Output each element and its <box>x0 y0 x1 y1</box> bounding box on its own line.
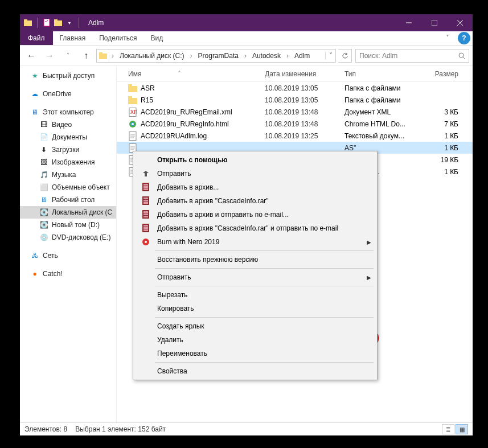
column-headers[interactable]: Имя ˄ Дата изменения Тип Размер <box>117 66 473 82</box>
file-size: 3 КБ <box>424 108 458 116</box>
back-button[interactable]: ← <box>23 48 39 64</box>
crumb[interactable]: ProgramData <box>195 50 242 62</box>
view-details-button[interactable]: ≣ <box>442 424 454 434</box>
table-row[interactable]: ACD2019ru_RURegInfo.html10.08.2019 13:48… <box>117 118 473 130</box>
nav-catch[interactable]: ●Catch! <box>20 268 116 280</box>
minimize-button[interactable] <box>396 14 421 31</box>
svg-rect-0 <box>24 20 32 26</box>
menu-label: Удалить <box>157 336 371 344</box>
svg-rect-16 <box>128 96 132 98</box>
menu-label: Копировать <box>157 305 371 313</box>
menu-item[interactable]: Удалить <box>133 333 377 347</box>
nav-drive-d[interactable]: 💽Новый том (D:) <box>20 219 116 231</box>
col-type[interactable]: Тип <box>345 70 424 78</box>
svg-rect-48 <box>143 213 148 215</box>
document-icon: 📄 <box>39 133 48 142</box>
crumb[interactable]: Adlm <box>291 50 313 62</box>
svg-rect-51 <box>143 225 148 227</box>
titlebar: ▾ Adlm <box>20 14 473 31</box>
menu-item[interactable]: Добавить в архив и отправить по e-mail..… <box>133 208 377 221</box>
submenu-arrow-icon: ▶ <box>367 239 371 245</box>
nav-thispc[interactable]: 🖥Этот компьютер <box>20 106 116 118</box>
col-date[interactable]: Дата изменения <box>265 70 345 78</box>
nav-desktop[interactable]: 🖥Рабочий стол <box>20 194 116 206</box>
nav-pictures[interactable]: 🖼Изображения <box>20 156 116 168</box>
file-icon <box>128 96 137 105</box>
svg-rect-6 <box>432 20 437 26</box>
blank-icon <box>139 366 153 376</box>
crumb[interactable]: Локальный диск (C:) <box>116 50 188 62</box>
address-bar: ← → ˅ ↑ › Локальный диск (C:)› ProgramDa… <box>20 46 473 66</box>
menu-item[interactable]: Создать ярлык <box>133 319 377 333</box>
blank-icon <box>139 335 153 345</box>
breadcrumb[interactable]: › Локальный диск (C:)› ProgramData› Auto… <box>96 49 336 63</box>
nav-videos[interactable]: 🎞Видео <box>20 118 116 131</box>
menu-item[interactable]: Отправить <box>133 167 377 180</box>
up-button[interactable]: ↑ <box>78 48 94 64</box>
table-row[interactable]: R1510.08.2019 13:05Папка с файлами <box>117 94 473 106</box>
svg-rect-3 <box>54 20 62 26</box>
menu-item[interactable]: Добавить в архив... <box>133 180 377 194</box>
picture-icon: 🖼 <box>39 158 48 167</box>
menu-item[interactable]: Восстановить прежнюю версию <box>133 253 377 266</box>
menu-label: Burn with Nero 2019 <box>157 238 367 246</box>
nav-music[interactable]: 🎵Музыка <box>20 168 116 181</box>
ribbon-file[interactable]: Файл <box>20 31 53 45</box>
nav-3d[interactable]: ⬜Объемные объект <box>20 181 116 194</box>
menu-label: Восстановить прежнюю версию <box>157 256 371 264</box>
menu-item[interactable]: Добавить в архив "CascadeInfo.rar" и отп… <box>133 221 377 235</box>
chevron-down-icon[interactable]: ˅ <box>325 52 335 60</box>
rar-icon <box>139 223 153 233</box>
menu-item[interactable]: Отправить▶ <box>133 270 377 284</box>
qat-newfolder-icon[interactable] <box>54 18 63 27</box>
menu-label: Свойства <box>157 367 371 375</box>
crumb[interactable]: Autodesk <box>249 50 284 62</box>
view-icons-button[interactable]: ▦ <box>456 424 468 434</box>
file-name: ACD2019ru_RURegInfo.html <box>141 120 265 128</box>
search-input[interactable] <box>356 52 455 60</box>
close-button[interactable] <box>447 14 473 31</box>
table-row[interactable]: ASR10.08.2019 13:05Папка с файлами <box>117 82 473 94</box>
window-title: Adlm <box>88 19 104 27</box>
menu-item[interactable]: Вырезать <box>133 288 377 302</box>
menu-item[interactable]: Свойства <box>133 364 377 378</box>
search-icon[interactable] <box>455 52 469 59</box>
nav-onedrive[interactable]: ☁OneDrive <box>20 88 116 100</box>
nav-downloads[interactable]: ⬇Загрузки <box>20 143 116 156</box>
search-box[interactable] <box>355 49 469 63</box>
qat-dropdown-icon[interactable]: ▾ <box>65 18 74 27</box>
nav-network[interactable]: 🖧Сеть <box>20 249 116 262</box>
col-size[interactable]: Размер <box>424 70 458 78</box>
ribbon-expand-icon[interactable]: ˅ <box>440 31 456 45</box>
maximize-button[interactable] <box>421 14 447 31</box>
nav-drive-c[interactable]: 💽Локальный диск (C <box>20 206 116 219</box>
file-date: 10.08.2019 13:25 <box>265 132 345 140</box>
svg-text:xml: xml <box>130 108 137 116</box>
ribbon-tab-home[interactable]: Главная <box>53 31 93 45</box>
menu-item[interactable]: Переименовать <box>133 347 377 360</box>
qat-properties-icon[interactable] <box>42 18 51 27</box>
file-icon: xml <box>128 108 137 117</box>
ribbon-tab-view[interactable]: Вид <box>143 31 170 45</box>
refresh-button[interactable] <box>338 49 352 63</box>
table-row[interactable]: xmlACD2019ru_RURegEmail.xml10.08.2019 13… <box>117 106 473 118</box>
folder-icon <box>23 18 32 27</box>
svg-rect-53 <box>143 229 148 231</box>
file-date: 10.08.2019 13:48 <box>265 108 345 116</box>
menu-item[interactable]: Открыть с помощью <box>133 153 377 167</box>
computer-icon: 🖥 <box>30 108 39 117</box>
recent-dropdown-icon[interactable]: ˅ <box>60 48 76 64</box>
forward-button[interactable]: → <box>42 48 58 64</box>
nav-quick-access[interactable]: ★Быстрый доступ <box>20 69 116 82</box>
table-row[interactable]: ACD2019RUAdlm.log10.08.2019 13:25Текстов… <box>117 130 473 142</box>
menu-item[interactable]: Копировать <box>133 302 377 315</box>
svg-rect-10 <box>99 52 102 54</box>
help-icon[interactable]: ? <box>458 32 470 44</box>
nav-documents[interactable]: 📄Документы <box>20 131 116 143</box>
menu-item[interactable]: Добавить в архив "CascadeInfo.rar" <box>133 194 377 208</box>
nav-dvd[interactable]: 💿DVD-дисковод (E:) <box>20 231 116 244</box>
menu-item[interactable]: Burn with Nero 2019▶ <box>133 235 377 249</box>
ribbon-tab-share[interactable]: Поделиться <box>92 31 143 45</box>
nav-pane: ★Быстрый доступ ☁OneDrive 🖥Этот компьюте… <box>20 66 117 422</box>
col-name[interactable]: Имя ˄ <box>128 70 265 78</box>
